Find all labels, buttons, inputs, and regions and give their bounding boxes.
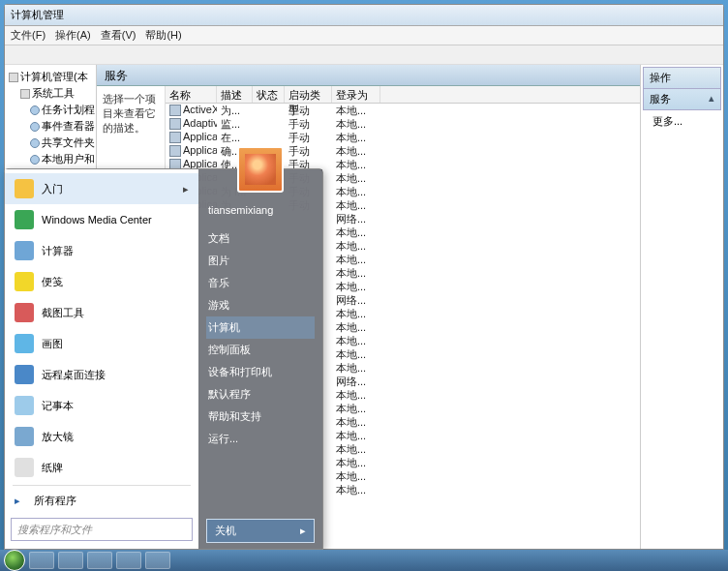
- col-logon[interactable]: 登录为: [332, 86, 380, 103]
- col-desc[interactable]: 描述: [217, 86, 253, 103]
- user-name[interactable]: tiansemixiang: [206, 200, 315, 220]
- tree-root[interactable]: 计算机管理(本: [7, 69, 94, 85]
- app-icon: [15, 272, 34, 291]
- title-bar[interactable]: 计算机管理: [5, 5, 723, 26]
- start-right-link[interactable]: 设备和打印机: [206, 361, 315, 383]
- start-right-link[interactable]: 图片: [206, 250, 315, 272]
- start-menu: 入门Windows Media Center计算器便笺截图工具画图远程桌面连接记…: [4, 168, 323, 550]
- shutdown-button[interactable]: 关机: [206, 519, 315, 543]
- start-item[interactable]: 便笺: [5, 266, 198, 297]
- start-item[interactable]: Windows Media Center: [5, 204, 198, 235]
- tree-event[interactable]: 事件查看器: [7, 118, 94, 135]
- all-programs[interactable]: 所有程序: [5, 488, 198, 514]
- actions-pane: 操作 服务 更多...: [641, 65, 723, 549]
- start-item[interactable]: 截图工具: [5, 297, 198, 328]
- user-avatar[interactable]: [237, 146, 284, 193]
- menu-bar: 文件(F) 操作(A) 查看(V) 帮助(H): [5, 26, 723, 45]
- taskbar-app-icon[interactable]: [116, 552, 141, 569]
- table-row[interactable]: Adaptiv...监...手动本地...: [166, 117, 640, 131]
- start-item[interactable]: 放大镜: [5, 421, 198, 452]
- table-row[interactable]: Applica...在...手动本地...: [166, 131, 640, 144]
- menu-view[interactable]: 查看(V): [101, 28, 136, 43]
- taskbar-app2-icon[interactable]: [145, 552, 170, 569]
- search-box[interactable]: 搜索程序和文件: [11, 518, 193, 541]
- col-name[interactable]: 名称: [166, 86, 217, 103]
- start-right-link[interactable]: 计算机: [206, 316, 315, 339]
- app-icon: [15, 458, 34, 477]
- services-header: 服务: [97, 65, 640, 86]
- tree-share[interactable]: 共享文件夹: [7, 135, 94, 151]
- col-status[interactable]: 状态: [253, 86, 285, 103]
- app-icon: [15, 396, 34, 415]
- app-icon: [15, 210, 34, 229]
- menu-action[interactable]: 操作(A): [55, 28, 91, 43]
- menu-help[interactable]: 帮助(H): [145, 28, 181, 43]
- menu-file[interactable]: 文件(F): [11, 28, 46, 43]
- app-icon: [15, 334, 34, 353]
- taskbar-explorer-icon[interactable]: [58, 552, 83, 569]
- toolbar: [5, 45, 723, 65]
- actions-more[interactable]: 更多...: [643, 110, 721, 133]
- separator: [13, 485, 191, 486]
- column-headers: 名称 描述 状态 启动类型 登录为: [166, 86, 640, 104]
- start-item[interactable]: 纸牌: [5, 452, 198, 483]
- start-right-link[interactable]: 帮助和支持: [206, 406, 315, 428]
- start-right-link[interactable]: 默认程序: [206, 383, 315, 406]
- start-button[interactable]: [4, 550, 25, 571]
- window-title: 计算机管理: [11, 8, 64, 22]
- taskbar: [0, 550, 728, 571]
- start-right-pane: tiansemixiang 文档图片音乐游戏计算机控制面板设备和打印机默认程序帮…: [198, 169, 322, 549]
- start-item[interactable]: 入门: [5, 173, 198, 204]
- app-icon: [15, 365, 34, 384]
- start-item[interactable]: 远程桌面连接: [5, 359, 198, 390]
- col-start[interactable]: 启动类型: [285, 86, 332, 103]
- start-right-link[interactable]: 文档: [206, 227, 315, 250]
- app-icon: [15, 303, 34, 322]
- tree-users[interactable]: 本地用户和: [7, 151, 94, 167]
- tree-systools[interactable]: 系统工具: [7, 85, 94, 102]
- start-item[interactable]: 记事本: [5, 390, 198, 421]
- start-right-link[interactable]: 运行...: [206, 428, 315, 450]
- actions-title: 操作: [643, 67, 721, 89]
- app-icon: [15, 241, 34, 260]
- taskbar-ie-icon[interactable]: [29, 552, 54, 569]
- app-icon: [15, 179, 34, 198]
- start-right-link[interactable]: 游戏: [206, 294, 315, 316]
- taskbar-wmp-icon[interactable]: [87, 552, 112, 569]
- start-right-link[interactable]: 音乐: [206, 272, 315, 294]
- start-right-link[interactable]: 控制面板: [206, 339, 315, 361]
- app-icon: [15, 427, 34, 446]
- start-item[interactable]: 计算器: [5, 235, 198, 266]
- table-row[interactable]: ActiveX...为...手动本地...: [166, 104, 640, 117]
- start-left-pane: 入门Windows Media Center计算器便笺截图工具画图远程桌面连接记…: [5, 169, 198, 549]
- start-item[interactable]: 画图: [5, 328, 198, 359]
- actions-services[interactable]: 服务: [643, 89, 721, 110]
- tree-task[interactable]: 任务计划程: [7, 102, 94, 118]
